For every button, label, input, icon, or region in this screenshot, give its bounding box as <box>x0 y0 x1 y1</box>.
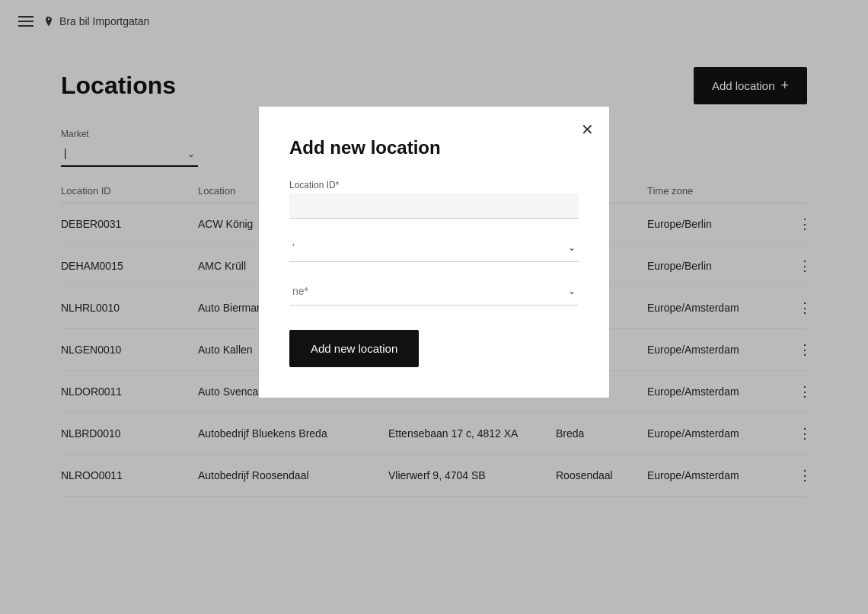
timezone-select-value: ne* <box>292 285 308 297</box>
modal-title: Add new location <box>289 137 579 158</box>
add-location-modal: ✕ Add new location Location ID* ' ⌄ ne* … <box>259 107 609 398</box>
location-id-input[interactable] <box>289 193 579 219</box>
add-new-location-button[interactable]: Add new location <box>289 330 419 367</box>
location-id-label: Location ID* <box>289 180 579 190</box>
timezone-select[interactable]: ne* ⌄ <box>289 277 579 305</box>
timezone-field: ne* ⌄ <box>289 277 579 305</box>
market-select[interactable]: ' ⌄ <box>289 234 579 262</box>
location-id-field: Location ID* <box>289 180 579 219</box>
market-select-value: ' <box>292 241 295 254</box>
market-field: ' ⌄ <box>289 234 579 262</box>
chevron-down-icon: ⌄ <box>568 286 576 296</box>
chevron-down-icon: ⌄ <box>568 242 576 253</box>
modal-overlay: ✕ Add new location Location ID* ' ⌄ ne* … <box>0 0 868 614</box>
modal-close-button[interactable]: ✕ <box>581 122 594 137</box>
